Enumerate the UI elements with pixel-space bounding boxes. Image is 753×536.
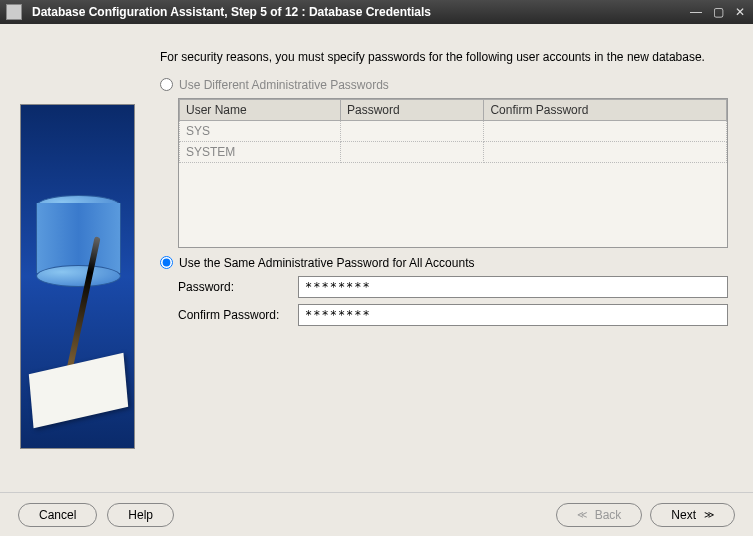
option-different-label: Use Different Administrative Passwords bbox=[179, 78, 389, 92]
cancel-button[interactable]: Cancel bbox=[18, 503, 97, 527]
close-icon[interactable]: ✕ bbox=[733, 5, 747, 19]
option-different-passwords[interactable]: Use Different Administrative Passwords bbox=[160, 78, 728, 92]
radio-different[interactable] bbox=[160, 78, 173, 91]
chevron-right-icon: ≫ bbox=[704, 509, 714, 520]
next-button[interactable]: Next ≫ bbox=[650, 503, 735, 527]
content-area: For security reasons, you must specify p… bbox=[0, 24, 753, 492]
main-panel: For security reasons, you must specify p… bbox=[145, 24, 753, 492]
table-row: SYS bbox=[180, 120, 727, 141]
window-controls: — ▢ ✕ bbox=[689, 5, 747, 19]
minimize-icon[interactable]: — bbox=[689, 5, 703, 19]
cell-confirm[interactable] bbox=[484, 141, 727, 162]
option-same-label: Use the Same Administrative Password for… bbox=[179, 256, 474, 270]
app-icon bbox=[6, 4, 22, 20]
intro-text: For security reasons, you must specify p… bbox=[160, 49, 728, 66]
database-icon bbox=[36, 195, 121, 295]
footer: Cancel Help ≪ Back Next ≫ bbox=[0, 492, 753, 536]
password-input[interactable] bbox=[298, 276, 728, 298]
help-button[interactable]: Help bbox=[107, 503, 174, 527]
col-confirm: Confirm Password bbox=[484, 99, 727, 120]
cell-password[interactable] bbox=[340, 141, 483, 162]
cell-confirm[interactable] bbox=[484, 120, 727, 141]
tag-icon bbox=[29, 353, 128, 429]
password-row: Password: bbox=[178, 276, 728, 298]
col-password: Password bbox=[340, 99, 483, 120]
confirm-password-label: Confirm Password: bbox=[178, 308, 288, 322]
chevron-left-icon: ≪ bbox=[577, 509, 587, 520]
titlebar: Database Configuration Assistant, Step 5… bbox=[0, 0, 753, 24]
wizard-graphic bbox=[20, 104, 135, 449]
window-title: Database Configuration Assistant, Step 5… bbox=[32, 5, 689, 19]
back-button[interactable]: ≪ Back bbox=[556, 503, 643, 527]
maximize-icon[interactable]: ▢ bbox=[711, 5, 725, 19]
cell-password[interactable] bbox=[340, 120, 483, 141]
table-row: SYSTEM bbox=[180, 141, 727, 162]
accounts-table: User Name Password Confirm Password SYS … bbox=[178, 98, 728, 248]
radio-same[interactable] bbox=[160, 256, 173, 269]
cell-username: SYSTEM bbox=[180, 141, 341, 162]
sidebar bbox=[0, 24, 145, 492]
confirm-password-input[interactable] bbox=[298, 304, 728, 326]
cell-username: SYS bbox=[180, 120, 341, 141]
password-label: Password: bbox=[178, 280, 288, 294]
confirm-password-row: Confirm Password: bbox=[178, 304, 728, 326]
col-username: User Name bbox=[180, 99, 341, 120]
option-same-password[interactable]: Use the Same Administrative Password for… bbox=[160, 256, 728, 270]
